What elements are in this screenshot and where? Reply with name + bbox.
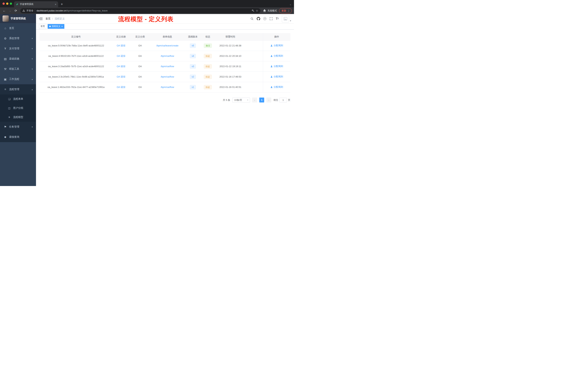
- sidebar-item-label: 支付管理: [9, 47, 19, 50]
- goto-label: 前往: [273, 98, 278, 102]
- annotation-text: 流程模型 - 定义列表: [118, 15, 173, 23]
- search-icon[interactable]: [250, 17, 254, 20]
- goto-page-input[interactable]: [279, 98, 287, 102]
- breadcrumb-home[interactable]: 首页: [45, 17, 51, 20]
- github-icon[interactable]: [257, 17, 260, 20]
- sidebar: 芋道管理系统 ⌂ 首页 ⚙ 系统管理 ▾ ¥ 支付管理 ▾ ▤ 基础设施 ▾ ⚒…: [0, 14, 36, 186]
- chevron-up-icon: ▴: [32, 88, 33, 91]
- fullscreen-icon[interactable]: [269, 17, 273, 20]
- table-row: oa_leave:4:991f2193-7b7f-11ec-a3c8-acde4…: [40, 51, 290, 61]
- cell-filler: [247, 51, 263, 61]
- url-path: /bpm/manager/definition?key=oa_leave: [66, 9, 107, 12]
- forward-button[interactable]: →: [7, 8, 13, 13]
- sidebar-item-task-management[interactable]: ⚑ 任务管理 ▾: [0, 122, 36, 132]
- avatar[interactable]: [282, 15, 289, 22]
- sidebar-item-workflow[interactable]: ▣ 工作流程 ▴: [0, 74, 36, 84]
- table-row: oa_leave:1:482ec033-762a-11ec-8477-a2380…: [40, 82, 290, 92]
- form-info-link[interactable]: /bpm/oa/flow: [161, 65, 174, 68]
- sidebar-item-payment[interactable]: ¥ 支付管理 ▾: [0, 44, 36, 54]
- sidebar-item-process-model[interactable]: ✈ 流程模型: [0, 113, 36, 122]
- password-key-icon[interactable]: [252, 9, 254, 12]
- cell-definition-category: OA: [130, 51, 151, 61]
- sidebar-item-home[interactable]: ⌂ 首页: [0, 23, 36, 33]
- column-header-form-info: 表单信息: [151, 33, 184, 40]
- status-tag: 激活: [204, 44, 212, 48]
- tag-close-icon[interactable]: ×: [61, 25, 63, 28]
- reload-button[interactable]: ⟳: [13, 8, 19, 13]
- tag-process-definition[interactable]: 流程定义 ×: [48, 24, 64, 29]
- select-caret-icon: ▾: [247, 99, 248, 101]
- zoom-window-button[interactable]: [10, 2, 12, 5]
- browser-menu-icon[interactable]: ⋮: [287, 10, 290, 12]
- sidebar-item-process-form[interactable]: ❏ 流程表单: [0, 94, 36, 104]
- page-number-button[interactable]: 1: [259, 98, 264, 102]
- sidebar-item-devtools[interactable]: ⚒ 研发工具 ▾: [0, 64, 36, 74]
- sidebar-item-label: 任务管理: [9, 125, 19, 129]
- hamburger-icon[interactable]: [39, 17, 42, 21]
- logo-image: [2, 15, 9, 22]
- definition-name-link[interactable]: OA 请假: [117, 44, 126, 47]
- next-page-button[interactable]: ›: [266, 98, 271, 102]
- table-row: oa_leave:5:004b710b-7b8a-11ec-8ef0-acde4…: [40, 40, 290, 51]
- incognito-icon: [263, 9, 266, 12]
- logo-title: 芋道管理系统: [10, 17, 26, 20]
- caret-down-icon: ▾: [290, 20, 291, 22]
- assign-rule-link[interactable]: 分配规则: [270, 85, 283, 89]
- prev-page-button[interactable]: ‹: [252, 98, 257, 102]
- update-chip[interactable]: 更新 ⋮: [279, 8, 292, 13]
- column-header-definition-id: 定义编号: [40, 33, 112, 40]
- close-window-button[interactable]: [2, 2, 5, 5]
- sidebar-item-system[interactable]: ⚙ 系统管理 ▾: [0, 33, 36, 44]
- sidebar-item-leave-query[interactable]: ☻ 请假查询: [0, 132, 36, 142]
- definition-name-link[interactable]: OA 请假: [117, 75, 126, 78]
- assign-rule-link[interactable]: 分配规则: [270, 54, 283, 57]
- form-info-link[interactable]: /bpm/oa/flow: [161, 75, 174, 78]
- assign-rule-link[interactable]: 分配规则: [270, 44, 283, 47]
- update-label: 更新: [282, 9, 286, 12]
- cell-definition-id: oa_leave:2:3c1f0ef1-76b1-11ec-9c66-a2380…: [40, 72, 112, 82]
- column-header-status: 状态: [201, 33, 214, 40]
- sidebar-item-process-management[interactable]: ≡ 流程管理 ▴: [0, 84, 36, 94]
- not-secure-icon: [22, 10, 25, 12]
- not-secure-label: 不安全: [26, 9, 33, 12]
- form-info-link[interactable]: /bpm/oa/flow: [161, 55, 174, 57]
- form-info-link[interactable]: /bpm/oa/flow: [161, 86, 174, 88]
- process-management-icon: ≡: [4, 88, 7, 91]
- bookmark-star-icon[interactable]: ☆: [256, 9, 258, 12]
- assign-rule-link[interactable]: 分配规则: [270, 75, 283, 78]
- tab-close-icon[interactable]: ×: [55, 3, 56, 6]
- user-group-icon: ◫: [8, 107, 11, 109]
- cell-filler: [247, 72, 263, 82]
- user-avatar-wrap[interactable]: ▾: [282, 15, 291, 22]
- address-bar[interactable]: 不安全 dashboard.yudao.iocoder.cn/bpm/manag…: [20, 8, 260, 13]
- sidebar-item-infrastructure[interactable]: ▤ 基础设施 ▾: [0, 54, 36, 64]
- page-content: 定义编号 定义名称 定义分类 表单信息 流程版本 状态 部署时间 操作 oa_l…: [36, 30, 294, 186]
- column-header-process-version: 流程版本: [184, 33, 201, 40]
- sidebar-logo[interactable]: 芋道管理系统: [0, 14, 36, 23]
- sidebar-item-label: 工作流程: [9, 77, 19, 81]
- back-button[interactable]: ←: [1, 8, 7, 13]
- infrastructure-icon: ▤: [4, 57, 7, 61]
- cell-definition-id: oa_leave:4:991f2193-7b7f-11ec-a3c8-acde4…: [40, 51, 112, 61]
- browser-tab-strip: 芋道管理系统 × + ⌄: [0, 0, 294, 7]
- image-placeholder-icon: [284, 17, 287, 21]
- new-tab-button[interactable]: +: [61, 2, 63, 6]
- table-row: oa_leave:3:1fad3d93-7b75-11ec-a3c8-acde4…: [40, 61, 290, 72]
- definition-name-link[interactable]: OA 请假: [117, 86, 126, 88]
- help-icon[interactable]: ?: [263, 17, 266, 20]
- workflow-icon: ▣: [4, 77, 7, 81]
- form-info-link[interactable]: /bpm/oa/leave/create: [156, 44, 178, 47]
- cell-filler: [247, 40, 263, 51]
- minimize-window-button[interactable]: [6, 2, 8, 5]
- definition-name-link[interactable]: OA 请假: [117, 65, 126, 68]
- sidebar-item-user-group[interactable]: ◫ 用户分组: [0, 104, 36, 113]
- definition-name-link[interactable]: OA 请假: [117, 55, 126, 57]
- font-size-icon[interactable]: TT: [276, 17, 279, 20]
- page-size-select[interactable]: 10条/页 ▾: [232, 98, 250, 103]
- browser-tab[interactable]: 芋道管理系统 ×: [14, 1, 58, 7]
- version-tag: v1: [190, 85, 196, 89]
- tab-search-icon[interactable]: ⌄: [289, 3, 292, 5]
- table-row: oa_leave:2:3c1f0ef1-76b1-11ec-9c66-a2380…: [40, 72, 290, 82]
- tag-home[interactable]: 首页: [39, 24, 47, 29]
- assign-rule-link[interactable]: 分配规则: [270, 65, 283, 68]
